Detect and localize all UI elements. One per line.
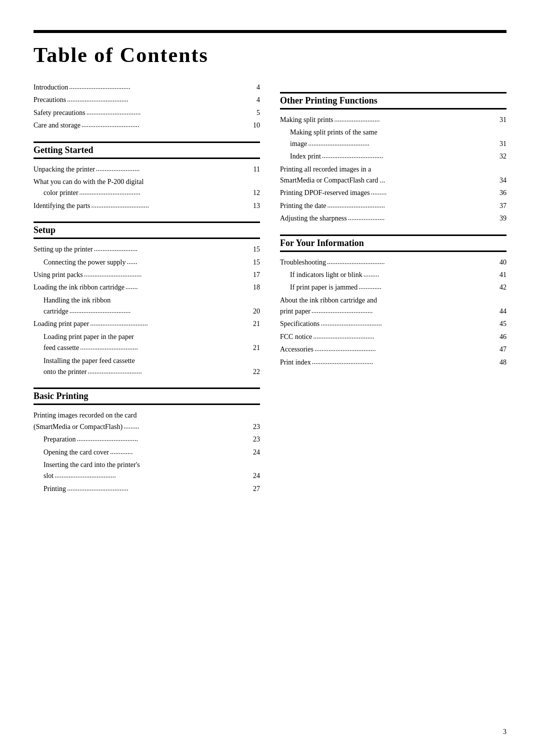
toc-label: Identifying the parts bbox=[34, 200, 90, 212]
section-header-basic-printing: Basic Printing bbox=[34, 388, 260, 405]
toc-entry-row2: color printer ..........................… bbox=[34, 188, 260, 198]
toc-label-line1: Inserting the card into the printer's bbox=[34, 461, 140, 468]
dot-filler: ..................... bbox=[348, 212, 492, 224]
toc-label-line2: onto the printer bbox=[34, 366, 86, 378]
toc-entry-setting-up: Setting up the printer .................… bbox=[34, 244, 260, 255]
toc-entry-installing-cassette: Installing the paper feed cassette onto … bbox=[34, 356, 260, 378]
dot-filler: ................................. bbox=[328, 200, 492, 211]
toc-label-line1: Handling the ink ribbon bbox=[34, 296, 110, 304]
toc-page: 15 bbox=[246, 257, 260, 268]
dot-filler: ......................... bbox=[96, 164, 245, 174]
toc-entry-printing-all: Printing all recorded images in a SmartM… bbox=[280, 164, 506, 186]
toc-page: 22 bbox=[246, 366, 260, 378]
dot-filler: ......... bbox=[371, 187, 492, 198]
dot-filler: ................................... bbox=[322, 150, 492, 162]
toc-label-line2: color printer bbox=[34, 188, 78, 198]
toc-page: 23 bbox=[246, 422, 260, 432]
toc-entry-unpacking: Unpacking the printer ..................… bbox=[34, 164, 260, 175]
dot-filler: ................................... bbox=[313, 331, 492, 342]
toc-page: 31 bbox=[492, 114, 506, 126]
toc-entry-introduction: Introduction ...........................… bbox=[34, 82, 260, 93]
toc-entry-loading-paper-cassette: Loading print paper in the paper feed ca… bbox=[34, 332, 260, 354]
dot-filler: ............................... bbox=[86, 107, 245, 118]
toc-page: 34 bbox=[492, 175, 506, 186]
dot-filler: ................................. bbox=[90, 318, 245, 329]
toc-page: 24 bbox=[246, 470, 260, 482]
section-header-setup: Setup bbox=[34, 222, 260, 239]
toc-entry-row2: feed cassette ..........................… bbox=[34, 342, 260, 354]
toc-entry-what-you-can-do: What you can do with the P-200 digital c… bbox=[34, 176, 260, 199]
toc-page: 17 bbox=[246, 270, 260, 280]
dot-filler: ................................. bbox=[80, 342, 245, 353]
toc-page: 23 bbox=[246, 434, 260, 445]
toc-label: Index print bbox=[290, 151, 321, 162]
dot-filler: ................................... bbox=[80, 187, 245, 198]
toc-label-line2: (SmartMedia or CompactFlash) bbox=[34, 422, 122, 432]
toc-page: 42 bbox=[492, 282, 506, 293]
toc-label: Adjusting the sharpness bbox=[280, 213, 347, 224]
toc-page: 39 bbox=[492, 213, 506, 224]
toc-entry-row2: print paper ............................… bbox=[280, 306, 506, 317]
section-entries-basic-printing: Printing images recorded on the card (Sm… bbox=[34, 410, 260, 494]
toc-page: 15 bbox=[246, 244, 260, 255]
toc-label-line1: About the ink ribbon cartridge and bbox=[280, 296, 377, 304]
toc-label: Making split prints bbox=[280, 114, 334, 126]
dot-filler: ................................... bbox=[320, 318, 492, 329]
dot-filler: ................................... bbox=[67, 483, 245, 494]
dot-filler: .......................... bbox=[334, 114, 492, 125]
section-title-basic-printing: Basic Printing bbox=[34, 391, 260, 402]
toc-page: 40 bbox=[492, 257, 506, 268]
toc-page: 47 bbox=[492, 344, 506, 355]
toc-entry-fcc: FCC notice .............................… bbox=[280, 332, 506, 342]
dot-filler: ................................... bbox=[67, 94, 245, 105]
right-column: Other Printing Functions Making split pr… bbox=[280, 82, 506, 496]
toc-entry-care: Care and storage .......................… bbox=[34, 120, 260, 131]
toc-page: 37 bbox=[492, 200, 506, 212]
toc-page: 41 bbox=[492, 270, 506, 280]
toc-label: Unpacking the printer bbox=[34, 164, 95, 175]
toc-label-line2: slot bbox=[34, 470, 54, 482]
toc-label-line1: Making split prints of the same bbox=[280, 128, 378, 136]
toc-label: Preparation bbox=[44, 434, 76, 445]
dot-filler: ................................... bbox=[69, 82, 245, 92]
toc-entry-split-same: Making split prints of the same image ..… bbox=[280, 127, 506, 150]
section-entries-other-printing: Making split prints ....................… bbox=[280, 114, 506, 224]
toc-entry-troubleshooting: Troubleshooting ........................… bbox=[280, 257, 506, 268]
toc-page: 48 bbox=[492, 357, 506, 368]
dot-filler: ......... bbox=[124, 421, 245, 432]
toc-entry-handling-ink: Handling the ink ribbon cartridge ......… bbox=[34, 295, 260, 318]
left-column: Introduction ...........................… bbox=[34, 82, 260, 496]
toc-entry-row2: cartridge ..............................… bbox=[34, 306, 260, 317]
dot-filler: ................................... bbox=[312, 356, 492, 368]
toc-page: 4 bbox=[246, 94, 260, 106]
toc-page: 32 bbox=[492, 151, 506, 162]
toc-label-line2: print paper bbox=[280, 306, 310, 317]
toc-label: Accessories bbox=[280, 344, 314, 355]
dot-filler: ................................. bbox=[92, 200, 245, 211]
dot-filler: ................................... bbox=[77, 434, 245, 444]
dot-filler: ......... bbox=[364, 269, 492, 280]
toc-entry-identifying: Identifying the parts ..................… bbox=[34, 200, 260, 212]
toc-page: 24 bbox=[246, 447, 260, 458]
toc-entry-index-print: Index print ............................… bbox=[280, 151, 506, 162]
toc-entry-indicators: If indicators light or blink ......... 4… bbox=[280, 270, 506, 280]
toc-entry-dpof: Printing DPOF-reserved images ......... … bbox=[280, 188, 506, 198]
toc-entry-about-ink: About the ink ribbon cartridge and print… bbox=[280, 295, 506, 318]
toc-page: 13 bbox=[246, 200, 260, 212]
toc-label: Safety precautions bbox=[34, 108, 86, 118]
dot-filler: ............. bbox=[358, 282, 492, 292]
dot-filler: ...... bbox=[126, 256, 245, 268]
toc-entry-specifications: Specifications .........................… bbox=[280, 318, 506, 330]
dot-filler: ............................... bbox=[88, 366, 245, 377]
toc-entry-accessories: Accessories ............................… bbox=[280, 344, 506, 355]
toc-page: 4 bbox=[246, 82, 260, 93]
section-entries-setup: Setting up the printer .................… bbox=[34, 244, 260, 378]
page-number: 3 bbox=[503, 728, 506, 736]
toc-entry-row2: image ..................................… bbox=[280, 138, 506, 150]
toc-entry-printing-images: Printing images recorded on the card (Sm… bbox=[34, 410, 260, 432]
section-title-setup: Setup bbox=[34, 225, 260, 236]
section-header-for-your-info: For Your Information bbox=[280, 234, 506, 252]
top-bar bbox=[34, 30, 506, 33]
toc-label: Troubleshooting bbox=[280, 257, 326, 268]
toc-page: 18 bbox=[246, 282, 260, 293]
